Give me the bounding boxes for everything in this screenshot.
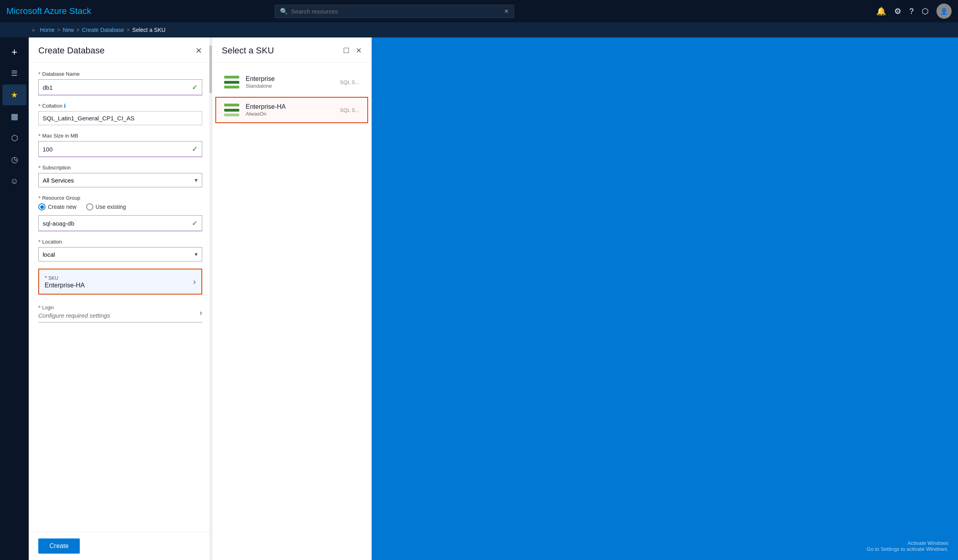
radio-create-new[interactable]: Create new <box>38 203 77 210</box>
sku-icon-ha-bar-1 <box>224 104 239 106</box>
breadcrumb-select-sku: Select a SKU <box>132 27 166 33</box>
help-icon[interactable]: ? <box>909 7 914 16</box>
sku-field-inner: * SKU Enterprise-HA <box>45 274 85 289</box>
sidebar-item-favorites[interactable]: ★ <box>2 84 26 105</box>
select-sku-panel: Select a SKU ☐ ✕ Enterprise Standalone S… <box>212 37 372 560</box>
settings-icon[interactable]: ⚙ <box>894 6 901 16</box>
topbar: Microsoft Azure Stack 🔍 ✕ 🔔 ⚙ ? ⬡ 👤 <box>0 0 958 22</box>
user-icon: ☺ <box>10 177 18 186</box>
scroll-indicator <box>209 37 212 560</box>
database-name-group: * Database Name ✓ <box>38 71 202 95</box>
create-panel-title: Create Database <box>38 45 104 56</box>
resource-group-checkmark: ✓ <box>192 219 198 228</box>
breadcrumb-expand[interactable]: » <box>32 27 35 33</box>
dashboard-icon: ▦ <box>11 112 18 121</box>
required-star-login: * <box>38 304 41 311</box>
search-icon: 🔍 <box>280 8 288 15</box>
breadcrumb-home[interactable]: Home <box>40 27 55 33</box>
breadcrumb-create-db[interactable]: Create Database <box>82 27 124 33</box>
sku-type-enterprise: SQL S... <box>336 79 359 85</box>
sku-value: Enterprise-HA <box>45 282 85 289</box>
avatar[interactable]: 👤 <box>936 4 952 19</box>
menu-icon: ☰ <box>11 69 18 78</box>
resource-group-input[interactable] <box>43 220 192 227</box>
sku-panel-header: Select a SKU ☐ ✕ <box>212 37 371 63</box>
database-name-input-wrapper[interactable]: ✓ <box>38 79 202 95</box>
sku-field[interactable]: * SKU Enterprise-HA › <box>38 269 202 295</box>
radio-use-existing[interactable]: Use existing <box>86 203 126 210</box>
topbar-icons: 🔔 ⚙ ? ⬡ 👤 <box>876 4 952 19</box>
sku-info-enterprise: Enterprise Standalone <box>246 75 329 89</box>
sku-label: * SKU <box>45 274 85 281</box>
max-size-input[interactable] <box>43 146 192 153</box>
create-button[interactable]: Create <box>38 538 80 554</box>
resource-group-input-wrapper[interactable]: ✓ <box>38 215 202 231</box>
sidebar-item-add[interactable]: + <box>2 41 26 62</box>
sku-panel-body: Enterprise Standalone SQL S... Enterpris… <box>212 63 371 560</box>
database-name-label: * Database Name <box>38 71 202 77</box>
sku-item-enterprise-ha[interactable]: Enterprise-HA AlwasOn SQL S... <box>215 97 368 123</box>
subscription-chevron-icon: ▾ <box>195 177 198 184</box>
cube-icon: ⬡ <box>11 133 18 143</box>
sku-panel-controls: ☐ ✕ <box>343 46 362 55</box>
sku-panel-minimize-button[interactable]: ☐ <box>343 46 349 55</box>
breadcrumb-sep-2: > <box>76 27 79 33</box>
sku-sub-enterprise: Standalone <box>246 83 329 89</box>
resource-group-label: * Resource Group <box>38 195 202 201</box>
collation-info-icon[interactable]: ℹ <box>64 103 66 109</box>
star-icon: ★ <box>11 90 18 100</box>
search-bar[interactable]: 🔍 ✕ <box>275 5 514 18</box>
create-panel-close-button[interactable]: ✕ <box>195 46 202 55</box>
subscription-label: * Subscription <box>38 164 202 171</box>
database-name-input[interactable] <box>43 84 192 91</box>
sku-item-enterprise[interactable]: Enterprise Standalone SQL S... <box>215 69 368 95</box>
login-field[interactable]: * Login Configure required settings › <box>38 301 202 322</box>
login-label: * Login <box>38 304 110 311</box>
subscription-select[interactable]: All Services ▾ <box>38 173 202 187</box>
sidebar: + ☰ ★ ▦ ⬡ ◷ ☺ <box>0 37 29 560</box>
collation-label: * Collation ℹ <box>38 102 202 109</box>
login-inner: * Login Configure required settings <box>38 304 110 319</box>
sidebar-item-history[interactable]: ◷ <box>2 149 26 170</box>
radio-create-new-label: Create new <box>48 204 77 210</box>
required-star-3: * <box>38 132 41 139</box>
sku-name-enterprise-ha: Enterprise-HA <box>246 103 329 110</box>
search-clear-icon[interactable]: ✕ <box>504 8 509 14</box>
create-panel-body: * Database Name ✓ * Collation ℹ <box>29 63 212 532</box>
sidebar-item-resources[interactable]: ⬡ <box>2 128 26 148</box>
location-group: * Location local ▾ <box>38 238 202 261</box>
sku-type-enterprise-ha: SQL S... <box>336 107 359 113</box>
plus-icon: + <box>11 46 17 58</box>
create-panel-header: Create Database ✕ <box>29 37 212 63</box>
sku-info-enterprise-ha: Enterprise-HA AlwasOn <box>246 103 329 117</box>
breadcrumb-sep-3: > <box>126 27 130 33</box>
collation-input[interactable] <box>43 115 198 122</box>
activate-line2: Go to Settings to activate Windows. <box>867 546 948 552</box>
scroll-thumb[interactable] <box>209 45 212 93</box>
sidebar-item-dashboard[interactable]: ▦ <box>2 106 26 127</box>
login-chevron-icon: › <box>199 308 202 317</box>
breadcrumb-new[interactable]: New <box>63 27 74 33</box>
sidebar-item-menu[interactable]: ☰ <box>2 63 26 84</box>
sku-icon-ha-bar-3 <box>224 114 239 116</box>
max-size-input-wrapper[interactable]: ✓ <box>38 141 202 157</box>
collation-input-wrapper[interactable] <box>38 111 202 125</box>
required-star-6: * <box>38 238 41 245</box>
sku-icon-enterprise-ha <box>224 104 239 116</box>
login-placeholder: Configure required settings <box>38 312 110 319</box>
sku-name-enterprise: Enterprise <box>246 75 329 83</box>
feedback-icon[interactable]: ⬡ <box>922 6 928 16</box>
notification-icon[interactable]: 🔔 <box>876 6 886 16</box>
sku-sub-enterprise-ha: AlwasOn <box>246 111 329 117</box>
breadcrumb-sep-1: > <box>57 27 60 33</box>
sku-chevron-icon: › <box>193 277 196 286</box>
radio-use-existing-label: Use existing <box>96 204 126 210</box>
sidebar-item-user[interactable]: ☺ <box>2 171 26 191</box>
sku-panel-close-button[interactable]: ✕ <box>356 46 362 55</box>
location-label: * Location <box>38 238 202 245</box>
sku-icon-enterprise <box>224 76 239 88</box>
search-input[interactable] <box>291 8 501 15</box>
location-select[interactable]: local ▾ <box>38 247 202 261</box>
activate-line1: Activate Windows <box>867 540 948 546</box>
main-area: Create Database ✕ * Database Name ✓ * Co <box>29 37 958 560</box>
